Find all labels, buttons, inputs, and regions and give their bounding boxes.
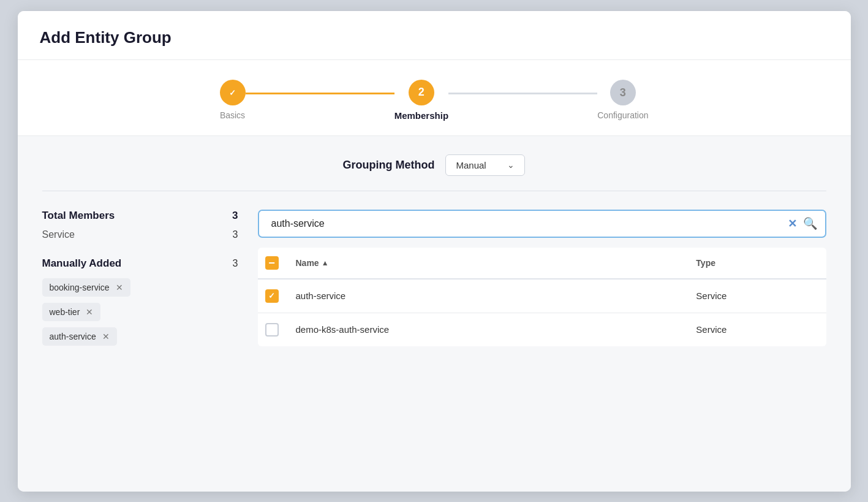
step-configuration[interactable]: 3 Configuration bbox=[597, 80, 648, 120]
step-circle-basics: ✓ bbox=[220, 80, 246, 105]
service-count: 3 bbox=[233, 229, 238, 240]
row-type-2: Service bbox=[689, 313, 826, 346]
stats-block: Total Members 3 Service 3 bbox=[42, 210, 238, 240]
main-columns: Total Members 3 Service 3 Manually Added… bbox=[42, 210, 826, 346]
col-name-label: Name bbox=[296, 258, 319, 268]
step-label-configuration: Configuration bbox=[597, 110, 648, 120]
service-label: Service bbox=[42, 229, 75, 240]
card-header: Add Entity Group bbox=[18, 11, 851, 60]
tag-close-booking-service[interactable]: ✕ bbox=[116, 283, 123, 292]
sort-asc-icon: ▲ bbox=[322, 259, 329, 267]
manually-added-section: Manually Added 3 booking-service ✕ web-t… bbox=[42, 257, 238, 346]
row-checkbox-cell-2 bbox=[258, 313, 289, 346]
total-members-count: 3 bbox=[232, 210, 238, 222]
tag-list: booking-service ✕ web-tier ✕ auth-servic… bbox=[42, 278, 238, 346]
grouping-method-value: Manual bbox=[456, 160, 486, 170]
add-entity-group-card: Add Entity Group ✓ Basics 2 Membership bbox=[18, 11, 851, 492]
step-label-basics: Basics bbox=[220, 110, 245, 120]
grouping-method-select[interactable]: Manual ⌄ bbox=[445, 154, 525, 176]
minus-icon: − bbox=[268, 257, 275, 268]
total-members-label: Total Members bbox=[42, 210, 115, 222]
left-panel: Total Members 3 Service 3 Manually Added… bbox=[42, 210, 238, 346]
table-row: demo-k8s-auth-service Service bbox=[258, 313, 826, 346]
step-circle-configuration: 3 bbox=[610, 80, 636, 105]
step-label-membership: Membership bbox=[394, 110, 448, 121]
grouping-row: Grouping Method Manual ⌄ bbox=[42, 154, 826, 191]
content-section: Grouping Method Manual ⌄ Total Members 3… bbox=[18, 136, 851, 492]
total-members-row: Total Members 3 bbox=[42, 210, 238, 222]
search-input[interactable] bbox=[266, 211, 788, 237]
name-sort-label: Name ▲ bbox=[296, 258, 329, 268]
clear-search-icon[interactable]: ✕ bbox=[788, 218, 797, 229]
tag-label-auth-service: auth-service bbox=[50, 332, 96, 341]
row-type-1: Service bbox=[689, 279, 826, 313]
step-line-2 bbox=[448, 93, 597, 94]
table-body: ✓ auth-service Service demo-k8s-auth-ser bbox=[258, 279, 826, 346]
search-icon[interactable]: 🔍 bbox=[803, 216, 818, 230]
tag-auth-service: auth-service ✕ bbox=[42, 327, 117, 346]
grouping-method-label: Grouping Method bbox=[343, 159, 435, 172]
tag-web-tier: web-tier ✕ bbox=[42, 303, 101, 321]
chevron-down-icon: ⌄ bbox=[507, 160, 515, 170]
manually-added-title: Manually Added bbox=[42, 257, 122, 270]
row-checkbox-cell-1: ✓ bbox=[258, 279, 289, 313]
step-number-configuration: 3 bbox=[620, 86, 626, 99]
select-all-checkbox[interactable]: − bbox=[265, 256, 279, 270]
step-line-1 bbox=[246, 93, 394, 94]
row-name-2: demo-k8s-auth-service bbox=[289, 313, 689, 346]
service-row: Service 3 bbox=[42, 227, 238, 240]
step-number-membership: 2 bbox=[418, 86, 425, 99]
right-panel: ✕ 🔍 − bbox=[258, 210, 826, 346]
checkmark-icon: ✓ bbox=[229, 88, 236, 97]
row-checkbox-2[interactable] bbox=[265, 323, 279, 337]
step-circle-membership: 2 bbox=[409, 80, 434, 105]
manually-added-count: 3 bbox=[233, 258, 238, 269]
row-checkbox-1[interactable]: ✓ bbox=[265, 289, 279, 303]
table-row: ✓ auth-service Service bbox=[258, 279, 826, 313]
step-basics[interactable]: ✓ Basics bbox=[220, 80, 246, 120]
manually-added-header: Manually Added 3 bbox=[42, 257, 238, 270]
stepper: ✓ Basics 2 Membership 3 Configuration bbox=[220, 80, 649, 121]
tag-close-auth-service[interactable]: ✕ bbox=[102, 332, 110, 341]
checkmark-row-1-icon: ✓ bbox=[268, 291, 275, 300]
tag-booking-service: booking-service ✕ bbox=[42, 278, 130, 297]
step-membership[interactable]: 2 Membership bbox=[394, 80, 448, 121]
tag-label-web-tier: web-tier bbox=[50, 307, 80, 317]
page-title: Add Entity Group bbox=[40, 28, 172, 47]
th-checkbox: − bbox=[258, 248, 289, 279]
col-type-label: Type bbox=[696, 258, 715, 268]
th-name[interactable]: Name ▲ bbox=[289, 248, 689, 279]
th-type: Type bbox=[689, 248, 826, 279]
row-name-1: auth-service bbox=[289, 279, 689, 313]
tag-close-web-tier[interactable]: ✕ bbox=[86, 307, 93, 317]
search-box: ✕ 🔍 bbox=[258, 210, 826, 238]
entity-table: − Name ▲ Type bbox=[258, 248, 826, 346]
stepper-section: ✓ Basics 2 Membership 3 Configuration bbox=[18, 60, 851, 136]
tag-label-booking-service: booking-service bbox=[50, 283, 110, 292]
